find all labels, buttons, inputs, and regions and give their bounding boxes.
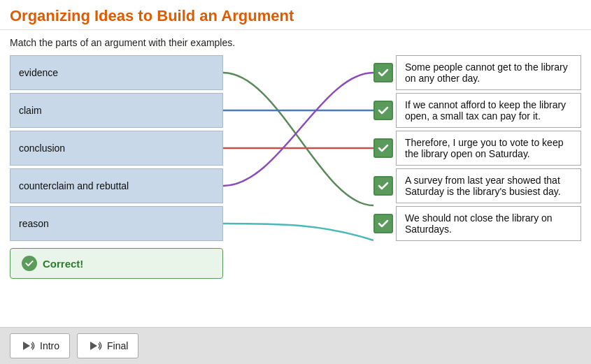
check-1 <box>373 55 393 90</box>
final-label: Final <box>107 340 128 351</box>
checkmark-4 <box>373 176 393 196</box>
checkmark-3 <box>373 138 393 158</box>
checkmark-1 <box>373 63 393 82</box>
left-column: evidence claim conclusion counterclaim a… <box>10 55 223 241</box>
right-item-4[interactable]: A survey from last year showed that Satu… <box>396 168 581 203</box>
svg-marker-0 <box>23 342 30 350</box>
check-5 <box>373 206 393 241</box>
right-item-5[interactable]: We should not close the library on Satur… <box>396 206 581 241</box>
left-item-conclusion[interactable]: conclusion <box>10 131 223 166</box>
left-item-claim[interactable]: claim <box>10 93 223 128</box>
final-button[interactable]: Final <box>77 333 138 358</box>
left-item-counterclaim[interactable]: counterclaim and rebuttal <box>10 168 223 203</box>
correct-check-icon <box>22 256 37 271</box>
audio-icon-final <box>87 338 103 354</box>
correct-label: Correct! <box>43 258 83 270</box>
intro-label: Intro <box>40 340 59 351</box>
svg-marker-1 <box>90 342 97 350</box>
page-title: Organizing Ideas to Build an Argument <box>10 7 581 25</box>
right-item-3[interactable]: Therefore, I urge you to vote to keep th… <box>396 131 581 166</box>
check-4 <box>373 168 393 203</box>
right-item-1[interactable]: Some people cannot get to the library on… <box>396 55 581 90</box>
bottom-bar: Intro Final <box>0 327 591 364</box>
instruction-text: Match the parts of an argument with thei… <box>10 37 581 48</box>
left-item-reason[interactable]: reason <box>10 206 223 241</box>
checkmark-2 <box>373 101 393 120</box>
intro-button[interactable]: Intro <box>10 333 70 358</box>
right-item-2[interactable]: If we cannot afford to keep the library … <box>396 93 581 128</box>
check-2 <box>373 93 393 128</box>
left-item-evidence[interactable]: evidence <box>10 55 223 90</box>
check-3 <box>373 131 393 166</box>
correct-banner: Correct! <box>10 248 223 279</box>
checkmark-5 <box>373 214 393 233</box>
audio-icon-intro <box>20 338 36 354</box>
